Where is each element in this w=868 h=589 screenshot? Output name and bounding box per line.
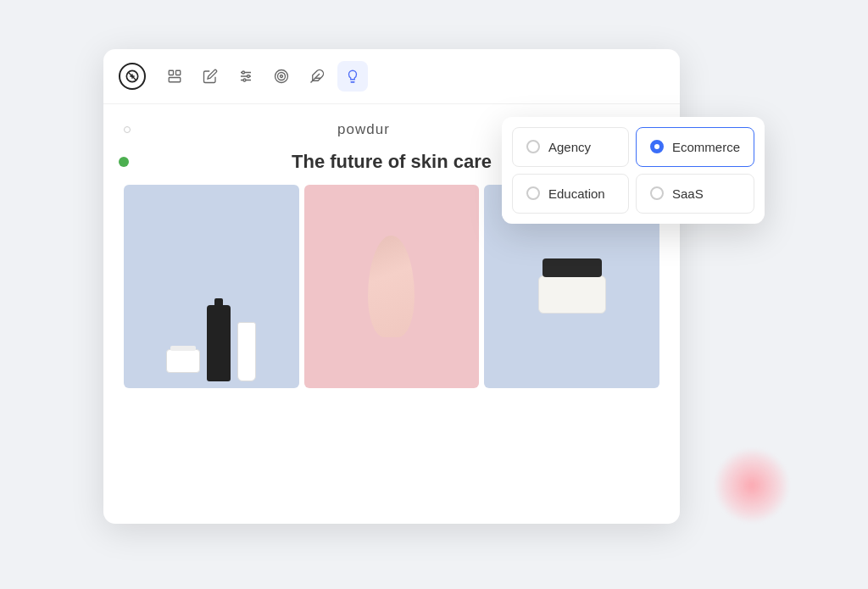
preview-brand: powdur (337, 121, 390, 138)
puzzle-icon[interactable] (302, 61, 332, 92)
jar-small (166, 349, 200, 373)
svg-point-13 (281, 75, 283, 77)
svg-rect-3 (176, 70, 181, 75)
template-type-dropdown: Agency Ecommerce Education SaaS (502, 117, 765, 224)
browser-bar (124, 126, 131, 133)
radio-saas (650, 186, 664, 200)
bottle-tall (207, 305, 231, 381)
option-education[interactable]: Education (512, 174, 629, 214)
editor-toolbar (103, 49, 680, 104)
hand-serum-img (368, 236, 415, 337)
browser-dot-1 (124, 126, 131, 133)
option-education-label: Education (548, 186, 605, 201)
jar-lid (542, 258, 602, 277)
edit-icon[interactable] (195, 61, 225, 92)
main-container: powdur SHOP ALL The future of skin care (103, 49, 765, 541)
svg-point-12 (278, 72, 286, 80)
svg-rect-4 (169, 77, 181, 81)
target-icon[interactable] (266, 61, 297, 92)
option-ecommerce[interactable]: Ecommerce (636, 127, 754, 167)
radio-ecommerce (650, 140, 664, 153)
option-ecommerce-label: Ecommerce (672, 140, 740, 154)
svg-point-11 (275, 69, 288, 82)
svg-rect-2 (169, 70, 173, 75)
jar-body (538, 275, 606, 314)
radio-education (526, 186, 540, 200)
product-img-skincare (124, 185, 299, 388)
option-agency[interactable]: Agency (512, 127, 629, 167)
radio-agency (526, 140, 540, 153)
option-saas[interactable]: SaaS (636, 174, 754, 214)
svg-point-10 (243, 79, 246, 81)
toolbar-logo (119, 63, 146, 90)
product-card-1 (124, 185, 299, 388)
layout-icon[interactable] (159, 61, 190, 92)
settings-sliders-icon[interactable] (231, 61, 261, 92)
option-agency-label: Agency (548, 140, 591, 154)
svg-line-1 (128, 72, 136, 80)
decorative-blob-pink (714, 447, 790, 524)
product-card-2 (304, 185, 480, 388)
svg-point-8 (242, 71, 245, 74)
cream-jar-img (534, 258, 610, 314)
green-dot (119, 157, 129, 167)
bottle-tube (237, 322, 256, 381)
lightbulb-icon[interactable] (337, 61, 368, 92)
option-saas-label: SaaS (672, 186, 704, 201)
svg-point-9 (248, 75, 250, 77)
